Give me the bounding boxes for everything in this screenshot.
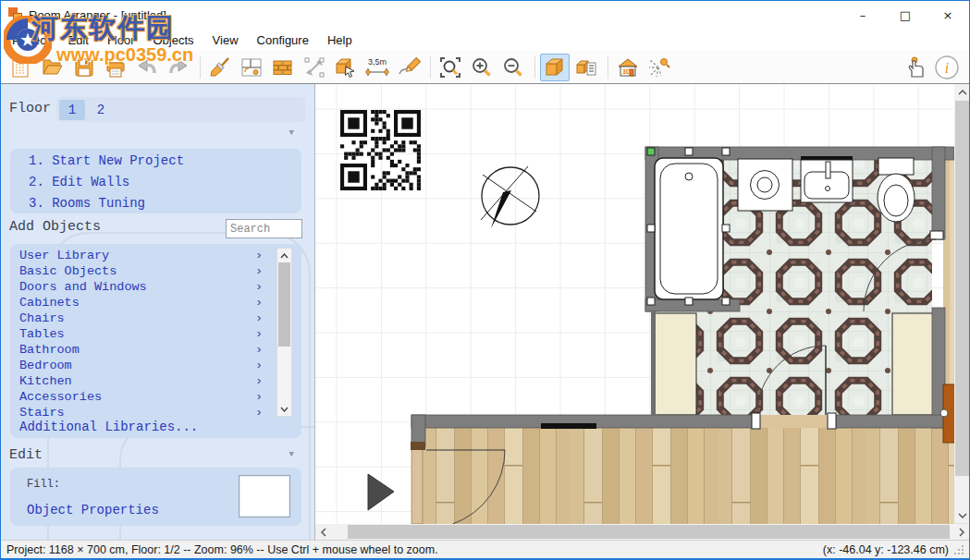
- redo-icon[interactable]: [164, 54, 193, 81]
- floor-tab[interactable]: 1: [59, 100, 85, 120]
- plan-canvas[interactable]: [315, 84, 954, 524]
- category-row[interactable]: Kitchen ›: [10, 373, 301, 389]
- search-input[interactable]: [226, 219, 302, 238]
- wall-editor-icon[interactable]: [237, 54, 266, 81]
- category-row[interactable]: Bedroom ›: [10, 358, 301, 373]
- plan-doorway[interactable]: [760, 415, 828, 428]
- category-label: Tables: [19, 326, 65, 342]
- additional-libraries-link[interactable]: Additional Libraries...: [19, 420, 198, 434]
- category-row[interactable]: Stairs ›: [10, 405, 301, 420]
- menu-item[interactable]: Edit: [58, 30, 97, 50]
- close-button[interactable]: ×: [927, 1, 969, 29]
- brick-wall-icon[interactable]: [268, 54, 298, 81]
- new-project-icon[interactable]: [6, 54, 36, 81]
- maximize-button[interactable]: □: [884, 1, 927, 29]
- collapse-edit-icon[interactable]: ▼: [289, 450, 294, 459]
- add-objects-header: Add Objects: [9, 219, 101, 235]
- paint-style-icon[interactable]: [205, 54, 235, 81]
- zoom-out-icon[interactable]: [498, 54, 528, 81]
- toolbar-separator: [200, 56, 201, 79]
- toolbar: 3,5m 3D: [1, 51, 969, 84]
- category-row[interactable]: Tables ›: [10, 326, 301, 342]
- status-left: Project: 1168 × 700 cm, Floor: 1/2 -- Zo…: [6, 543, 438, 556]
- category-row[interactable]: Accessories ›: [10, 389, 301, 405]
- plan-wood-floor[interactable]: [423, 428, 954, 524]
- print-icon[interactable]: [101, 54, 130, 81]
- menu-item[interactable]: Configure: [248, 30, 318, 50]
- measure-icon[interactable]: 3,5m: [362, 54, 392, 81]
- object-list-3d-icon[interactable]: [571, 54, 601, 81]
- plan-door-frame-strip[interactable]: [411, 447, 423, 524]
- scroll-up-icon[interactable]: [277, 249, 291, 262]
- light-settings-icon[interactable]: [645, 54, 674, 81]
- category-scrollbar[interactable]: [276, 248, 292, 417]
- info-icon[interactable]: i: [932, 54, 962, 81]
- category-row[interactable]: Chairs ›: [10, 310, 301, 326]
- plan-sink[interactable]: [801, 160, 853, 202]
- fill-color-swatch[interactable]: [239, 475, 290, 517]
- category-row[interactable]: Cabinets ›: [10, 295, 301, 310]
- scroll-left-icon[interactable]: [315, 524, 331, 541]
- menu-item[interactable]: View: [203, 30, 248, 50]
- category-label: User Library: [19, 248, 109, 263]
- scrollbar-thumb[interactable]: [955, 101, 969, 476]
- menu-item[interactable]: Objects: [144, 30, 203, 50]
- object-properties-link[interactable]: Object Properties: [27, 503, 159, 517]
- toolbar-separator: [534, 56, 535, 79]
- zoom-fit-icon[interactable]: [436, 54, 465, 81]
- category-label: Bathroom: [19, 342, 80, 358]
- chevron-right-icon: ›: [255, 279, 263, 295]
- save-icon[interactable]: [69, 54, 99, 81]
- zoom-in-icon[interactable]: [467, 54, 497, 81]
- category-label: Bedroom: [19, 358, 72, 373]
- menu-item[interactable]: Help: [318, 30, 362, 50]
- floor-tab[interactable]: 2: [88, 100, 114, 120]
- plan-washing-machine[interactable]: [738, 159, 792, 211]
- hand-cursor-icon[interactable]: [901, 54, 930, 81]
- floor-label: Floor: [9, 101, 51, 116]
- plan-cabinet-left[interactable]: [655, 313, 696, 415]
- minimize-button[interactable]: –: [841, 1, 884, 29]
- horizontal-scrollbar[interactable]: [315, 523, 969, 540]
- plan-cabinet-right[interactable]: [892, 313, 934, 415]
- scrollbar-thumb[interactable]: [348, 525, 950, 539]
- walk-through-icon[interactable]: 3D: [613, 54, 643, 81]
- resize-grip[interactable]: [954, 545, 964, 554]
- status-coordinates: (x: -46.04 y: -123.46 cm): [823, 543, 949, 556]
- category-label: Basic Objects: [19, 263, 117, 279]
- collapse-build-icon[interactable]: ▼: [289, 128, 294, 138]
- transform-icon[interactable]: [300, 54, 329, 81]
- toolbar-separator: [430, 56, 431, 79]
- open-project-icon[interactable]: [38, 54, 68, 81]
- plan-toilet[interactable]: [878, 158, 915, 222]
- plan-window-bottom[interactable]: [541, 423, 596, 429]
- menu-item[interactable]: Project: [3, 30, 58, 50]
- undo-icon[interactable]: [132, 54, 162, 81]
- category-label: Kitchen: [19, 373, 72, 389]
- select-object-icon[interactable]: [331, 54, 361, 81]
- vertical-scrollbar[interactable]: [954, 84, 970, 523]
- floor-selector: Floor 12: [1, 97, 314, 122]
- category-row[interactable]: Basic Objects ›: [10, 263, 301, 279]
- scrollbar-thumb[interactable]: [278, 262, 290, 347]
- title-bar: Room Arranger - [untitled] – □ ×: [1, 1, 969, 29]
- scroll-down-icon[interactable]: [277, 402, 291, 416]
- view-3d-icon[interactable]: [540, 54, 570, 81]
- build-step-link[interactable]: 2. Edit Walls: [29, 172, 301, 193]
- category-row[interactable]: Bathroom ›: [10, 342, 301, 358]
- chevron-right-icon: ›: [255, 405, 263, 420]
- draw-walls-icon[interactable]: [394, 54, 424, 81]
- category-label: Doors and Windows: [19, 279, 147, 295]
- category-row[interactable]: Doors and Windows ›: [10, 279, 301, 295]
- scroll-up-icon[interactable]: [954, 84, 970, 100]
- plan-bathtub[interactable]: [655, 158, 723, 299]
- build-step-link[interactable]: 3. Rooms Tuning: [29, 193, 301, 214]
- scroll-down-icon[interactable]: [954, 507, 970, 523]
- build-step-link[interactable]: 1. Start New Project: [29, 151, 301, 172]
- chevron-right-icon: ›: [255, 263, 263, 279]
- category-label: Accessories: [19, 389, 102, 405]
- category-row[interactable]: User Library ›: [10, 248, 301, 263]
- scroll-right-icon[interactable]: [953, 524, 969, 541]
- build-steps: 1. Start New Project2. Edit Walls3. Room…: [10, 149, 301, 213]
- menu-item[interactable]: Floor: [98, 30, 144, 50]
